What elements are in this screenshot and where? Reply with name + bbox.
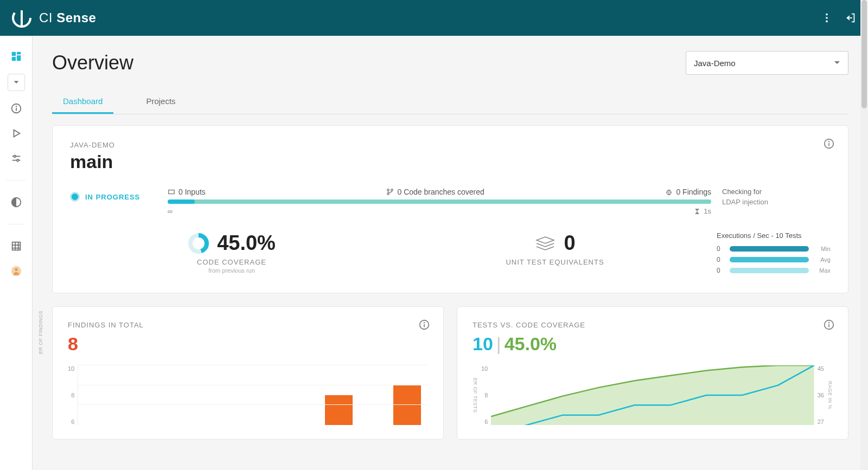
svg-point-13 <box>14 156 16 158</box>
more-menu-icon[interactable] <box>820 11 833 24</box>
findings-chart: ER OF FINDINGS 1086 <box>68 365 428 425</box>
branch-name: main <box>70 151 831 172</box>
svg-point-11 <box>16 106 16 107</box>
logo-icon <box>11 7 33 29</box>
sidebar-item-info[interactable] <box>9 101 24 116</box>
executions-panel: Executions / Sec - 10 Tests 0 Min 0 Avg <box>717 231 831 278</box>
svg-rect-6 <box>16 52 20 55</box>
sidebar-item-avatar[interactable] <box>9 263 24 279</box>
scrollbar[interactable] <box>860 0 868 470</box>
status-dot-icon <box>70 192 80 202</box>
app-logo[interactable]: CI Sense <box>11 7 96 29</box>
main-content: Overview Java-Demo Dashboard Projects JA… <box>33 36 868 470</box>
donut-icon <box>188 233 209 254</box>
hourglass-icon <box>694 208 700 215</box>
progress-metrics-top: 0 Inputs 0 Code branches covered 0 Findi… <box>168 188 711 196</box>
svg-rect-27 <box>169 190 175 194</box>
info-icon[interactable] <box>823 138 835 152</box>
tab-projects[interactable]: Projects <box>135 90 186 114</box>
page-title: Overview <box>52 51 133 74</box>
inputs-icon <box>168 188 175 196</box>
progress-bar <box>168 199 711 204</box>
sidebar <box>0 36 33 470</box>
status-text: IN PROGRESS <box>85 193 140 201</box>
sidebar-item-dashboard[interactable] <box>9 49 24 64</box>
tvc-values: 10|45.0% <box>473 333 833 355</box>
svg-point-15 <box>16 159 18 162</box>
findings-total: 8 <box>68 333 428 355</box>
exec-row-min: 0 Min <box>717 245 831 253</box>
tabs: Dashboard Projects <box>52 90 848 114</box>
project-select-value: Java-Demo <box>694 59 736 68</box>
topbar: CI Sense <box>0 0 868 36</box>
svg-point-28 <box>387 189 390 191</box>
app-name: CI Sense <box>39 10 96 25</box>
svg-rect-5 <box>11 52 15 56</box>
logout-icon[interactable] <box>844 11 857 24</box>
info-icon[interactable] <box>823 319 835 333</box>
svg-point-3 <box>826 17 828 19</box>
svg-point-30 <box>391 189 393 191</box>
svg-point-4 <box>826 21 828 23</box>
sidebar-item-grid[interactable] <box>9 239 24 254</box>
exec-row-avg: 0 Avg <box>717 256 831 263</box>
card-title: FINDINGS IN TOTAL <box>68 321 428 329</box>
bug-icon <box>665 188 673 196</box>
svg-rect-8 <box>11 57 15 61</box>
stack-icon <box>534 236 556 251</box>
tab-dashboard[interactable]: Dashboard <box>52 90 113 114</box>
checking-panel: Checking for LDAP injection <box>722 188 831 206</box>
svg-point-2 <box>826 14 828 16</box>
svg-point-23 <box>15 268 18 272</box>
card-title: TESTS VS. CODE COVERAGE <box>473 321 833 329</box>
sidebar-item-settings[interactable] <box>9 151 24 166</box>
svg-rect-17 <box>12 242 20 250</box>
chevron-down-icon <box>834 60 840 66</box>
run-status: IN PROGRESS <box>70 192 157 202</box>
sidebar-item-contrast[interactable] <box>9 195 24 210</box>
branch-icon <box>386 188 394 196</box>
info-icon[interactable] <box>418 319 430 333</box>
progress-metrics-bottom: ∞ 1s <box>168 207 711 215</box>
svg-point-26 <box>829 141 829 142</box>
project-select[interactable]: Java-Demo <box>686 51 848 75</box>
svg-point-42 <box>829 323 829 323</box>
svg-rect-7 <box>16 55 20 61</box>
overview-card: JAVA-DEMO main IN PROGRESS 0 Inputs 0 Co… <box>52 125 848 293</box>
svg-point-39 <box>424 323 425 323</box>
sidebar-item-run[interactable] <box>9 126 24 141</box>
sidebar-dropdown[interactable] <box>8 74 25 91</box>
exec-row-max: 0 Max <box>717 267 831 274</box>
tvc-chart: ER OF TESTS 1086 453627 RAGE IN % <box>473 365 833 425</box>
tests-vs-coverage-card: TESTS VS. CODE COVERAGE 10|45.0% ER OF T… <box>457 306 848 440</box>
project-label: JAVA-DEMO <box>70 141 831 149</box>
coverage-stat: 45.0% CODE COVERAGE from previous run <box>70 231 393 274</box>
unit-tests-stat: 0 UNIT TEST EQUIVALENTS <box>393 231 717 266</box>
findings-card: FINDINGS IN TOTAL 8 ER OF FINDINGS 1086 <box>52 306 444 440</box>
svg-point-29 <box>387 193 390 195</box>
